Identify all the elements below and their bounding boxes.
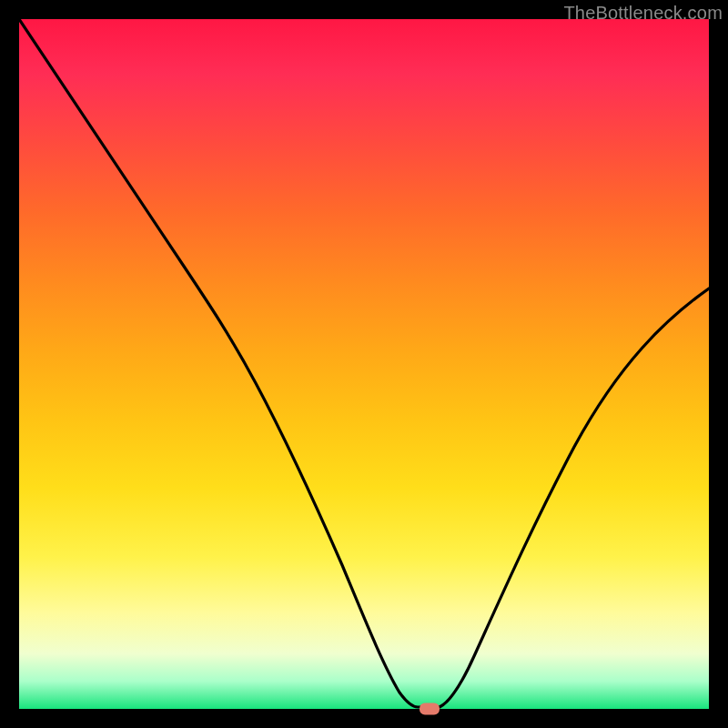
curve-path: [19, 19, 709, 707]
bottleneck-curve: [19, 19, 709, 709]
optimal-point-marker: [420, 703, 440, 715]
watermark-label: TheBottleneck.com: [563, 3, 723, 24]
plot-background-gradient: [19, 19, 709, 709]
bottleneck-chart: TheBottleneck.com: [0, 0, 728, 728]
